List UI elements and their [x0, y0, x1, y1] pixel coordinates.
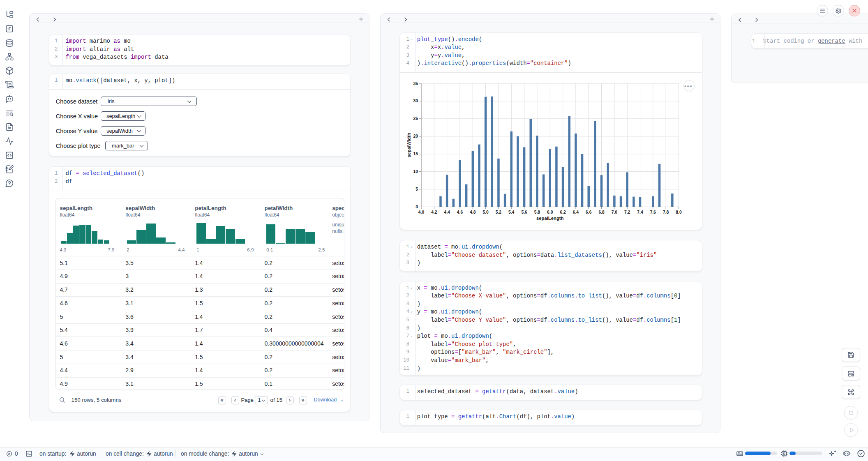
- svg-text:10: 10: [413, 169, 418, 174]
- svg-text:sepalLength: sepalLength: [536, 215, 563, 220]
- svg-text:5.6: 5.6: [521, 210, 527, 214]
- svg-text:35: 35: [413, 81, 418, 85]
- svg-text:5.0: 5.0: [482, 210, 489, 214]
- svg-text:7.2: 7.2: [624, 210, 630, 214]
- svg-text:8.0: 8.0: [676, 210, 682, 214]
- svg-text:7.4: 7.4: [637, 210, 643, 214]
- svg-text:20: 20: [413, 134, 418, 138]
- svg-text:7.0: 7.0: [611, 210, 617, 214]
- svg-text:7.6: 7.6: [650, 210, 656, 214]
- svg-text:6.6: 6.6: [586, 210, 592, 214]
- svg-text:5: 5: [416, 187, 418, 191]
- svg-text:6.2: 6.2: [560, 210, 566, 214]
- svg-text:4.2: 4.2: [431, 210, 437, 214]
- svg-text:6.0: 6.0: [547, 210, 553, 214]
- svg-text:4.6: 4.6: [457, 210, 463, 214]
- svg-text:5.2: 5.2: [495, 210, 501, 214]
- svg-text:30: 30: [413, 99, 418, 103]
- svg-text:sepalWidth: sepalWidth: [406, 133, 411, 157]
- svg-text:5.8: 5.8: [534, 210, 540, 214]
- svg-text:5.4: 5.4: [508, 210, 515, 214]
- svg-text:4.0: 4.0: [418, 210, 424, 214]
- svg-text:0: 0: [416, 205, 418, 209]
- svg-text:15: 15: [413, 152, 418, 156]
- svg-text:4.4: 4.4: [444, 210, 450, 214]
- svg-text:6.8: 6.8: [598, 210, 605, 214]
- svg-text:25: 25: [413, 116, 418, 121]
- svg-text:4.8: 4.8: [470, 210, 476, 214]
- svg-text:7.8: 7.8: [663, 210, 669, 214]
- svg-text:6.4: 6.4: [573, 210, 579, 214]
